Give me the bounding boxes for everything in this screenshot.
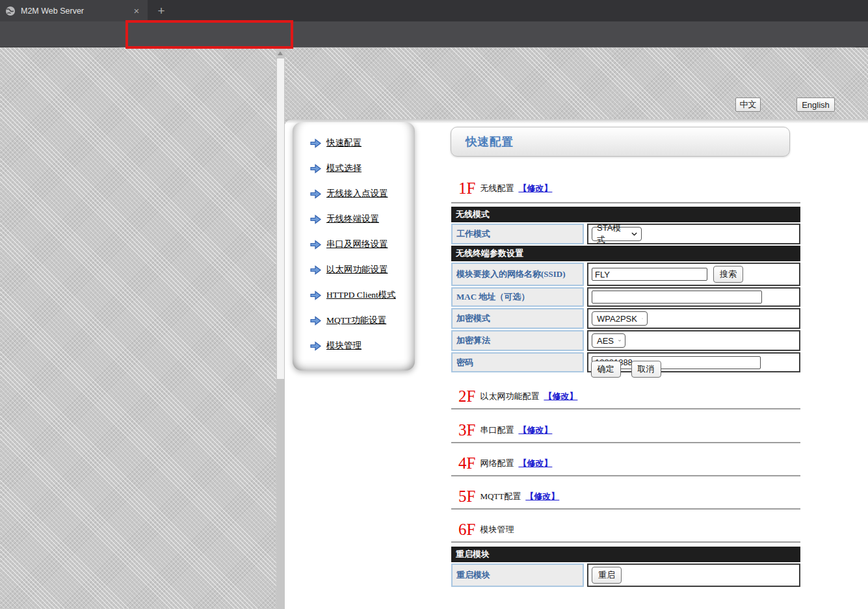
form-buttons: 确定 取消 (451, 361, 800, 378)
wireless-config-table: 无线模式 工作模式 STA模式 无线终端参数设置 模块要接入的网络名称(SSID… (451, 207, 800, 372)
encryption-mode-label: 加密模式 (451, 308, 584, 329)
content-header: 快速配置 (451, 127, 790, 157)
restart-table: 重启模块 重启模块 重启 (451, 547, 800, 587)
floor-number: 4F (458, 455, 475, 471)
section-4f: 4F 网络配置 【修改】 (458, 452, 552, 471)
ssid-cell: 搜索 (587, 263, 800, 286)
mac-input[interactable] (592, 291, 762, 304)
arrow-icon (310, 316, 321, 326)
arrow-icon (310, 214, 321, 224)
new-tab-button[interactable]: + (153, 3, 169, 19)
section-title: 无线配置 (480, 183, 514, 196)
floor-number: 6F (458, 521, 475, 538)
section-6f: 6F 模块管理 (458, 518, 518, 538)
section-title: 串口配置 (480, 424, 514, 438)
modify-link[interactable]: 【修改】 (518, 183, 552, 196)
separator (451, 475, 800, 476)
tab-bar: M2M Web Server × + (0, 0, 868, 21)
floor-number: 3F (458, 422, 475, 438)
separator (451, 442, 800, 443)
section-title: 以太网功能配置 (480, 391, 539, 404)
mac-label: MAC 地址（可选） (451, 287, 584, 307)
section-5f: 5F MQTT配置 【修改】 (458, 485, 559, 504)
chevron-down-icon (618, 339, 621, 343)
arrow-icon (310, 189, 321, 199)
annotation-highlight-box (125, 20, 293, 49)
lang-english-button[interactable]: English (796, 97, 835, 112)
ssid-input[interactable] (592, 268, 707, 281)
sidebar-item-quick-config[interactable]: 快速配置 (310, 138, 415, 148)
arrow-icon (310, 291, 321, 300)
table-row: 工作模式 STA模式 (451, 224, 800, 244)
vertical-scrollbar[interactable] (276, 47, 285, 609)
modify-link[interactable]: 【修改】 (518, 458, 552, 471)
modify-link[interactable]: 【修改】 (544, 391, 577, 404)
table-header-restart: 重启模块 (451, 547, 800, 562)
separator (451, 408, 800, 409)
restart-label: 重启模块 (451, 564, 584, 587)
arrow-icon (310, 240, 321, 250)
arrow-icon (310, 138, 321, 148)
scrollbar-thumb[interactable] (277, 58, 284, 379)
sidebar-item-mode-select[interactable]: 模式选择 (310, 163, 415, 174)
ok-button[interactable]: 确定 (591, 361, 621, 378)
lang-chinese-button[interactable]: 中文 (735, 97, 761, 112)
table-header-wireless-mode: 无线模式 (451, 207, 800, 222)
table-header-sta-params: 无线终端参数设置 (451, 246, 800, 261)
sidebar-item-mqtt[interactable]: MQTT功能设置 (310, 315, 415, 326)
section-2f: 2F 以太网功能配置 【修改】 (458, 385, 577, 404)
chevron-down-icon (631, 232, 637, 236)
arrow-icon (310, 341, 321, 351)
tab-title: M2M Web Server (21, 6, 131, 16)
table-row: 加密算法 AES (451, 330, 800, 351)
encryption-mode-select[interactable]: WPA2PSK (592, 311, 648, 326)
table-row: MAC 地址（可选） (451, 287, 800, 307)
separator (451, 508, 800, 510)
floor-number: 2F (458, 388, 475, 404)
browser-tab[interactable]: M2M Web Server × (0, 0, 148, 21)
sidebar-item-uart-network[interactable]: 串口及网络设置 (310, 239, 415, 250)
scroll-up-arrow-icon[interactable] (278, 51, 283, 55)
section-title: MQTT配置 (480, 491, 521, 504)
encryption-mode-cell: WPA2PSK (587, 308, 800, 329)
sidebar-item-httpd-client[interactable]: HTTPD Client模式 (310, 290, 415, 300)
modify-link[interactable]: 【修改】 (525, 491, 559, 504)
modify-link[interactable]: 【修改】 (518, 424, 552, 438)
table-row: 重启模块 重启 (451, 564, 800, 587)
tab-close-icon[interactable]: × (131, 5, 142, 17)
section-title: 网络配置 (480, 458, 514, 471)
table-row: 加密模式 WPA2PSK (451, 308, 800, 329)
web-page: 中文 English 快速配置 模式选择 无线接入点设置 无线终端设置 串口及网… (0, 47, 868, 609)
sidebar-item-sta-settings[interactable]: 无线终端设置 (310, 214, 415, 224)
work-mode-cell: STA模式 (587, 224, 800, 244)
page-title: 快速配置 (466, 134, 514, 149)
encryption-algo-label: 加密算法 (451, 330, 584, 351)
work-mode-label: 工作模式 (451, 224, 584, 244)
separator (451, 202, 800, 203)
table-row: 模块要接入的网络名称(SSID) 搜索 (451, 263, 800, 286)
arrow-icon (310, 265, 321, 275)
sidebar-item-ap-settings[interactable]: 无线接入点设置 (310, 188, 415, 199)
mac-cell (587, 287, 800, 307)
floor-number: 5F (458, 488, 475, 504)
arrow-icon (310, 164, 321, 174)
floor-number: 1F (458, 180, 475, 196)
separator (451, 541, 800, 543)
search-button[interactable]: 搜索 (713, 266, 743, 283)
ssid-label: 模块要接入的网络名称(SSID) (451, 263, 584, 286)
work-mode-select[interactable]: STA模式 (592, 227, 642, 241)
sidebar-item-module-management[interactable]: 模块管理 (310, 341, 415, 351)
site-favicon-icon (5, 6, 16, 16)
restart-button[interactable]: 重启 (592, 567, 622, 584)
section-3f: 3F 串口配置 【修改】 (458, 419, 552, 438)
browser-window: M2M Web Server × + http://192.168.18.123… (0, 0, 868, 609)
restart-cell: 重启 (587, 564, 800, 587)
encryption-algo-select[interactable]: AES (592, 333, 625, 348)
section-title: 模块管理 (480, 524, 514, 538)
section-1f: 1F 无线配置 【修改】 (458, 177, 552, 196)
cancel-button[interactable]: 取消 (631, 361, 661, 378)
encryption-algo-cell: AES (587, 330, 800, 351)
sidebar-item-ethernet[interactable]: 以太网功能设置 (310, 265, 415, 275)
sidebar-menu: 快速配置 模式选择 无线接入点设置 无线终端设置 串口及网络设置 以太网功能设置… (293, 122, 415, 370)
chevron-down-icon (642, 317, 643, 320)
